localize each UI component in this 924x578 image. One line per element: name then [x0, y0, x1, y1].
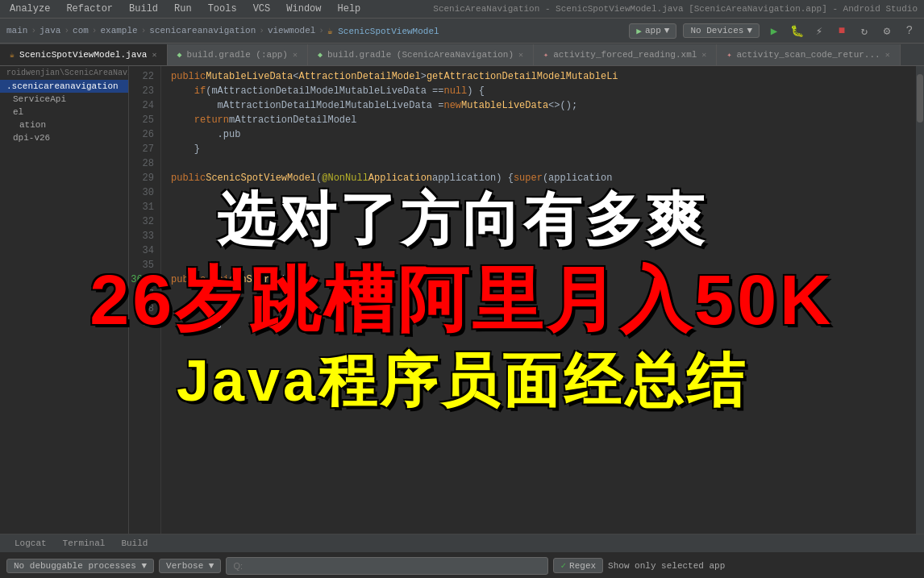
menu-item-run[interactable]: Run	[171, 2, 195, 16]
code-line-22: public MutableLiveData<AttractionDetailM…	[171, 69, 914, 84]
tab-scenicspotviewmodel[interactable]: ☕ ScenicSpotViewModel.java ✕	[0, 44, 168, 65]
code-line-27: }	[171, 142, 914, 156]
log-search-input[interactable]	[226, 557, 548, 575]
menu-item-analyze[interactable]: Analyze	[6, 2, 53, 16]
toolbar-right: ▶ app ▼ No Devices ▼ ▶ 🐛 ⚡ ■ ↻ ⚙ ?	[629, 23, 918, 39]
code-line-24: mAttractionDetailModelMutableLiveData = …	[171, 98, 914, 113]
left-panel-item-el[interactable]: el	[0, 106, 128, 119]
line-numbers: 22 23 24 25 26 27 28 29 30 31 32 33 34 3…	[129, 66, 161, 534]
xml-icon-2: ✦	[726, 50, 731, 60]
code-line-37	[171, 287, 914, 301]
breadcrumb: main › java › com › example › scenicarea…	[6, 26, 439, 36]
process-dropdown[interactable]: No debuggable processes ▼	[6, 559, 154, 573]
code-line-31	[171, 200, 914, 214]
title-bar-right: ScenicAreaNavigation - ScenicSpotViewMod…	[433, 4, 918, 14]
breadcrumb-com: com	[73, 26, 89, 35]
code-line-35	[171, 258, 914, 272]
code-line-34	[171, 243, 914, 258]
tab-close-4[interactable]: ✕	[701, 50, 706, 60]
breadcrumb-viewmodel: viewmodel	[268, 26, 315, 35]
gradle-icon-1: ◆	[177, 50, 182, 60]
sync-button[interactable]: ↻	[856, 23, 872, 39]
breadcrumb-nav: scenicareanavigation	[149, 26, 256, 35]
bottom-bar: Logcat Terminal Build No debuggable proc…	[0, 534, 924, 578]
file-tabs: ☕ ScenicSpotViewModel.java ✕ ◆ build.gra…	[0, 44, 924, 66]
breadcrumb-active-file: ☕ ScenicSpotViewModel	[327, 26, 439, 36]
toolbar: main › java › com › example › scenicarea…	[0, 18, 924, 44]
left-panel-item-nav[interactable]: .scenicareanavigation	[0, 80, 128, 93]
tab-logcat[interactable]: Logcat	[6, 537, 55, 550]
tab-build-gradle-app[interactable]: ◆ build.gradle (:app) ✕	[168, 44, 308, 65]
scrollbar[interactable]	[916, 66, 924, 534]
menu-item-refactor[interactable]: Refactor	[63, 2, 116, 16]
tab-terminal[interactable]: Terminal	[55, 537, 114, 550]
left-panel-item-dpi[interactable]: dpi-v26	[0, 131, 128, 144]
bottom-tabs: Logcat Terminal Build	[0, 534, 924, 552]
profile-button[interactable]: ⚡	[811, 23, 827, 39]
regex-checkbox[interactable]: ✓ Regex	[553, 558, 603, 573]
app-dropdown[interactable]: ▶ app ▼	[629, 23, 676, 39]
tab-activity-scan[interactable]: ✦ activity_scan_code_retur... ✕	[717, 44, 900, 65]
code-content[interactable]: public MutableLiveData<AttractionDetailM…	[161, 66, 924, 534]
code-line-26: .pub	[171, 127, 914, 142]
stop-button[interactable]: ■	[834, 23, 850, 39]
show-only-label: Show only selected app	[608, 561, 725, 571]
window-title: ScenicAreaNavigation - ScenicSpotViewMod…	[433, 4, 918, 14]
menu-item-tools[interactable]: Tools	[205, 2, 240, 16]
verbose-dropdown[interactable]: Verbose ▼	[159, 559, 221, 573]
left-panel: roidwenjian\ScenicAreaNavi... .scenicare…	[0, 66, 129, 534]
run-button[interactable]: ▶	[766, 23, 782, 39]
breadcrumb-example: example	[100, 26, 137, 35]
code-editor[interactable]: 22 23 24 25 26 27 28 29 30 31 32 33 34 3…	[129, 66, 924, 534]
gradle-icon-2: ◆	[318, 50, 323, 60]
tab-close-2[interactable]: ✕	[293, 50, 298, 60]
menu-item-build[interactable]: Build	[126, 2, 161, 16]
code-line-38	[171, 301, 914, 316]
bottom-controls: No debuggable processes ▼ Verbose ▼ ✓ Re…	[0, 552, 924, 578]
code-line-36: public void onStart() {	[171, 272, 914, 287]
devices-dropdown[interactable]: No Devices ▼	[683, 23, 760, 38]
scrollbar-thumb[interactable]	[917, 74, 923, 123]
help-icon[interactable]: ?	[901, 23, 918, 39]
tab-close-5[interactable]: ✕	[885, 50, 890, 60]
java-icon: ☕	[10, 50, 15, 60]
menu-item-help[interactable]: Help	[335, 2, 364, 16]
code-line-30	[171, 185, 914, 200]
left-panel-item-service[interactable]: ServiceApi	[0, 93, 128, 106]
left-panel-item-ation[interactable]: ation	[0, 119, 128, 131]
code-line-29: public ScenicSpotViewModel(@NonNull Appl…	[171, 171, 914, 185]
xml-icon-1: ✦	[543, 50, 548, 60]
code-line-25: return mAttractionDetailModel	[171, 113, 914, 127]
breadcrumb-main: main	[6, 26, 27, 35]
tab-activity-forced[interactable]: ✦ activity_forced_reading.xml ✕	[534, 44, 717, 65]
debug-button[interactable]: 🐛	[789, 23, 805, 39]
breadcrumb-java: java	[40, 26, 60, 35]
code-line-23: if (mAttractionDetailModelMutableLiveDat…	[171, 84, 914, 98]
tab-build[interactable]: Build	[113, 537, 156, 550]
code-line-39: }	[171, 316, 914, 331]
tab-build-gradle-scenic[interactable]: ◆ build.gradle (ScenicAreaNavigation) ✕	[308, 44, 534, 65]
left-panel-header: roidwenjian\ScenicAreaNavi...	[0, 66, 128, 80]
code-line-33	[171, 229, 914, 243]
code-line-28	[171, 156, 914, 171]
settings-icon[interactable]: ⚙	[879, 23, 895, 39]
tab-close-3[interactable]: ✕	[518, 50, 523, 60]
menu-item-window[interactable]: Window	[283, 2, 324, 16]
menu-bar: Analyze Refactor Build Run Tools VCS Win…	[0, 0, 924, 18]
menu-item-vcs[interactable]: VCS	[250, 2, 274, 16]
code-line-32	[171, 214, 914, 229]
tab-close-1[interactable]: ✕	[152, 50, 156, 60]
